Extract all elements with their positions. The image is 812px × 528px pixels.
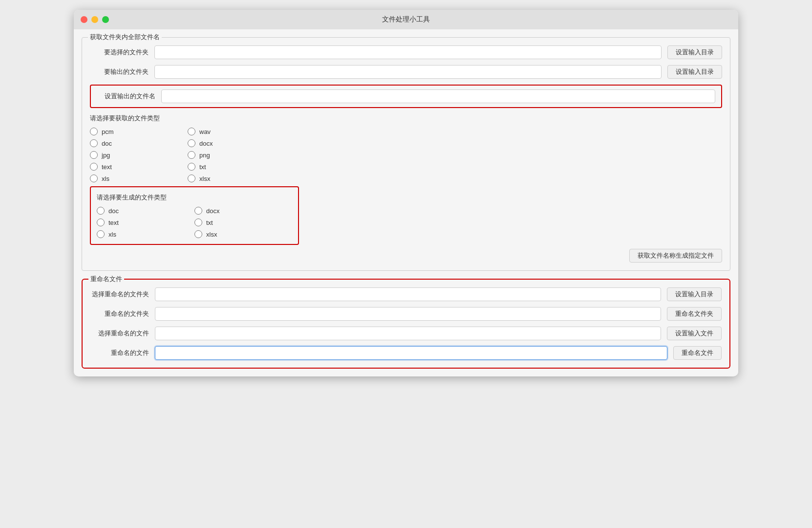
renamed-file-input[interactable] — [155, 346, 667, 360]
radio-wav[interactable] — [188, 128, 195, 135]
gen-type-title: 请选择要生成的文件类型 — [97, 193, 292, 202]
bottom-row: 获取文件名称生成指定文件 — [90, 249, 722, 263]
radio-item-gen-xlsx: xlsx — [194, 230, 292, 238]
radio-jpg[interactable] — [90, 151, 98, 159]
output-filename-input[interactable] — [161, 89, 715, 103]
renamed-folder-label: 重命名的文件夹 — [90, 309, 149, 318]
renamed-folder-input[interactable] — [155, 307, 661, 321]
radio-item-doc: doc — [90, 139, 188, 147]
radio-item-gen-text: text — [97, 219, 194, 226]
rename-section: 重命名文件 选择重命名的文件夹 设置输入目录 重命名的文件夹 重命名文件夹 选择… — [82, 279, 730, 369]
radio-gen-doc-label[interactable]: doc — [108, 207, 119, 215]
output-folder-label: 要输出的文件夹 — [90, 67, 149, 76]
radio-gen-docx-label[interactable]: docx — [206, 207, 219, 215]
radio-gen-txt-label[interactable]: txt — [206, 219, 213, 226]
renamed-folder-btn[interactable]: 重命名文件夹 — [667, 307, 722, 321]
output-filename-row: 设置输出的文件名 — [90, 85, 722, 108]
select-rename-file-label: 选择重命名的文件 — [90, 329, 149, 338]
top-section-title: 获取文件夹内全部文件名 — [88, 33, 162, 42]
maximize-button[interactable] — [102, 16, 109, 23]
radio-item-gen-doc: doc — [97, 207, 194, 215]
top-section: 获取文件夹内全部文件名 要选择的文件夹 设置输入目录 要输出的文件夹 设置输入目… — [82, 37, 730, 271]
radio-txt-label[interactable]: txt — [199, 163, 206, 171]
generate-btn[interactable]: 获取文件名称生成指定文件 — [629, 249, 722, 263]
file-type-title: 请选择要获取的文件类型 — [90, 114, 722, 123]
radio-docx-label[interactable]: docx — [199, 140, 213, 147]
radio-item-pcm: pcm — [90, 128, 188, 135]
output-filename-label: 设置输出的文件名 — [97, 92, 155, 101]
radio-doc[interactable] — [90, 139, 98, 147]
input-folder-input[interactable] — [154, 45, 662, 59]
file-type-grid: pcm wav doc docx — [90, 128, 722, 182]
radio-gen-xlsx[interactable] — [194, 230, 202, 238]
select-rename-file-row: 选择重命名的文件 设置输入文件 — [90, 327, 722, 340]
radio-item-xls: xls — [90, 175, 188, 182]
window-title: 文件处理小工具 — [382, 15, 430, 24]
radio-gen-docx[interactable] — [194, 207, 202, 215]
radio-item-xlsx: xlsx — [188, 175, 285, 182]
radio-gen-doc[interactable] — [97, 207, 105, 215]
select-rename-folder-row: 选择重命名的文件夹 设置输入目录 — [90, 287, 722, 301]
radio-xls[interactable] — [90, 175, 98, 182]
gen-type-grid: doc docx text txt — [97, 207, 292, 238]
traffic-lights — [81, 16, 109, 23]
renamed-file-row: 重命名的文件 重命名文件 — [90, 346, 722, 360]
radio-item-text: text — [90, 163, 188, 171]
file-type-section: 请选择要获取的文件类型 pcm wav doc — [90, 114, 722, 182]
radio-item-gen-txt: txt — [194, 219, 292, 226]
radio-item-png: png — [188, 151, 285, 159]
input-folder-label: 要选择的文件夹 — [90, 48, 149, 57]
select-rename-folder-btn[interactable]: 设置输入目录 — [667, 287, 722, 301]
title-bar: 文件处理小工具 — [74, 10, 738, 29]
close-button[interactable] — [81, 16, 87, 23]
main-window: 文件处理小工具 获取文件夹内全部文件名 要选择的文件夹 设置输入目录 要输出的文… — [74, 10, 738, 376]
radio-item-docx: docx — [188, 139, 285, 147]
radio-item-wav: wav — [188, 128, 285, 135]
radio-gen-xlsx-label[interactable]: xlsx — [206, 231, 217, 238]
renamed-folder-row: 重命名的文件夹 重命名文件夹 — [90, 307, 722, 321]
radio-item-gen-docx: docx — [194, 207, 292, 215]
radio-wav-label[interactable]: wav — [199, 128, 211, 135]
select-rename-file-btn[interactable]: 设置输入文件 — [667, 327, 722, 340]
radio-png-label[interactable]: png — [199, 152, 210, 159]
radio-pcm[interactable] — [90, 128, 98, 135]
select-rename-folder-label: 选择重命名的文件夹 — [90, 290, 149, 299]
radio-item-gen-xls: xls — [97, 230, 194, 238]
radio-png[interactable] — [188, 151, 195, 159]
radio-txt[interactable] — [188, 163, 195, 171]
radio-doc-label[interactable]: doc — [102, 140, 112, 147]
radio-gen-text[interactable] — [97, 219, 105, 226]
renamed-file-label: 重命名的文件 — [90, 349, 149, 357]
radio-gen-text-label[interactable]: text — [108, 219, 119, 226]
radio-docx[interactable] — [188, 139, 195, 147]
radio-gen-txt[interactable] — [194, 219, 202, 226]
output-folder-input[interactable] — [154, 65, 662, 79]
minimize-button[interactable] — [91, 16, 98, 23]
rename-section-title: 重命名文件 — [88, 275, 124, 284]
radio-xlsx-label[interactable]: xlsx — [199, 175, 210, 182]
select-rename-folder-input[interactable] — [155, 287, 661, 301]
radio-text[interactable] — [90, 163, 98, 171]
radio-gen-xls-label[interactable]: xls — [108, 231, 116, 238]
radio-item-jpg: jpg — [90, 151, 188, 159]
input-folder-row: 要选择的文件夹 设置输入目录 — [90, 45, 722, 59]
radio-pcm-label[interactable]: pcm — [102, 128, 114, 135]
radio-xlsx[interactable] — [188, 175, 195, 182]
select-rename-file-input[interactable] — [155, 327, 661, 340]
renamed-file-btn[interactable]: 重命名文件 — [673, 346, 722, 360]
radio-xls-label[interactable]: xls — [102, 175, 109, 182]
radio-gen-xls[interactable] — [97, 230, 105, 238]
radio-text-label[interactable]: text — [102, 163, 112, 171]
radio-item-txt: txt — [188, 163, 285, 171]
window-content: 获取文件夹内全部文件名 要选择的文件夹 设置输入目录 要输出的文件夹 设置输入目… — [74, 29, 738, 376]
radio-jpg-label[interactable]: jpg — [102, 152, 110, 159]
output-folder-row: 要输出的文件夹 设置输入目录 — [90, 65, 722, 79]
output-folder-btn[interactable]: 设置输入目录 — [667, 65, 722, 79]
input-folder-btn[interactable]: 设置输入目录 — [667, 45, 722, 59]
gen-type-section: 请选择要生成的文件类型 doc docx text — [90, 186, 299, 245]
